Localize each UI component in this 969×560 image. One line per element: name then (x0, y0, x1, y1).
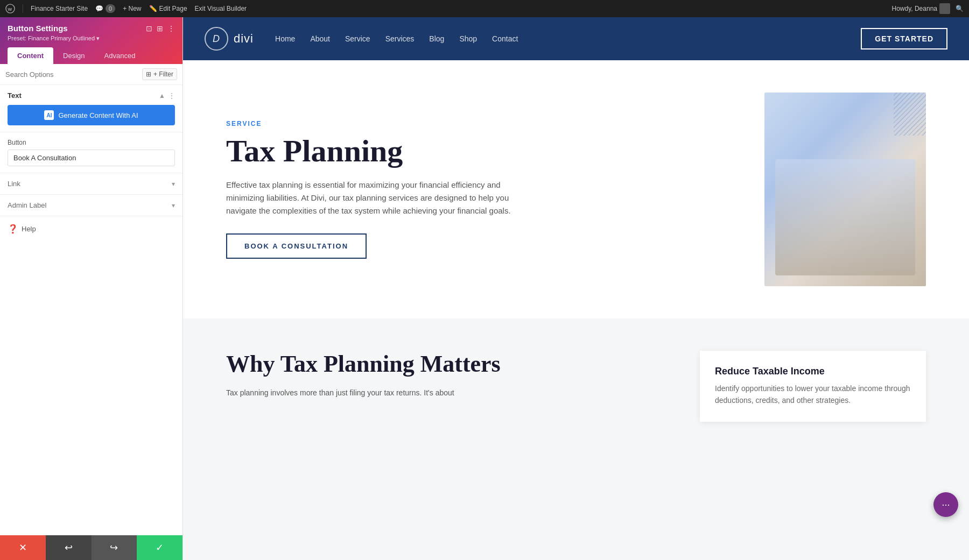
logo-name: divi (234, 32, 254, 46)
link-section-header[interactable]: Link ▾ (8, 180, 175, 188)
copy-icon[interactable]: ⊡ (146, 24, 152, 33)
panel-spacer (0, 242, 182, 535)
tab-design[interactable]: Design (53, 47, 94, 64)
filter-label: + Filter (153, 70, 173, 78)
service-label: SERVICE (226, 120, 732, 127)
redo-button[interactable]: ↪ (92, 535, 137, 560)
user-greeting[interactable]: Howdy, Deanna (892, 3, 951, 14)
nav-services[interactable]: Services (385, 34, 415, 43)
text-section-header: Text ▲ ⋮ (8, 91, 175, 100)
logo-circle: D (205, 27, 228, 51)
site-logo[interactable]: D divi (205, 27, 254, 51)
image-content (775, 159, 915, 275)
nav-home[interactable]: Home (275, 34, 295, 43)
more-icon[interactable]: ⋮ (167, 24, 175, 33)
panel-header: Button Settings ⊡ ⊞ ⋮ Preset: Finance Pr… (0, 17, 182, 64)
card-description: Identify opportunities to lower your tax… (715, 382, 911, 407)
search-input[interactable] (5, 70, 142, 79)
site-name-link[interactable]: Finance Starter Site (31, 5, 88, 12)
panel-title-row: Button Settings ⊡ ⊞ ⋮ (8, 24, 175, 33)
panel-title-icons: ⊡ ⊞ ⋮ (146, 24, 175, 33)
get-started-button[interactable]: GET STARTED (861, 28, 947, 49)
why-title: Why Tax Planning Matters (226, 351, 668, 378)
service-text: SERVICE Tax Planning Effective tax plann… (226, 120, 732, 259)
text-more-icon[interactable]: ⋮ (168, 92, 175, 100)
admin-label-header[interactable]: Admin Label ▾ (8, 201, 175, 209)
panel-tabs: Content Design Advanced (8, 47, 175, 64)
text-collapse-chevron[interactable]: ▲ (159, 92, 165, 100)
card-column: Reduce Taxable Income Identify opportuni… (700, 351, 926, 422)
button-field-input[interactable] (8, 150, 175, 166)
exit-builder-label: Exit Visual Builder (195, 5, 247, 12)
nav-contact[interactable]: Contact (492, 34, 518, 43)
tab-content[interactable]: Content (8, 47, 53, 64)
search-icon: 🔍 (956, 5, 964, 12)
svg-text:W: W (8, 7, 12, 12)
filter-icon: ⊞ (146, 70, 151, 78)
admin-bar: W Finance Starter Site 💬 0 + New ✏️ Edit… (0, 0, 969, 17)
text-section-title: Text (8, 91, 22, 100)
comment-icon: 💬 (95, 5, 103, 12)
nav-shop[interactable]: Shop (459, 34, 477, 43)
help-label[interactable]: Help (22, 225, 36, 233)
separator-1 (23, 4, 23, 13)
panel-preset[interactable]: Preset: Finance Primary Outlined ▾ (8, 35, 175, 42)
admin-label-title: Admin Label (8, 201, 46, 209)
service-image (764, 93, 926, 286)
button-field-label: Button (8, 139, 175, 146)
admin-bar-right: Howdy, Deanna 🔍 (892, 3, 964, 14)
get-started-label: GET STARTED (875, 34, 933, 43)
new-label: + New (123, 5, 141, 12)
search-bar: ⊞ + Filter (0, 64, 182, 85)
nav-service[interactable]: Service (345, 34, 370, 43)
grid-icon[interactable]: ⊞ (157, 24, 163, 33)
preset-label: Preset: Finance Primary Outlined ▾ (8, 35, 100, 42)
text-section-actions: ▲ ⋮ (159, 92, 175, 100)
ai-button-label: Generate Content With AI (58, 111, 138, 119)
service-title: Tax Planning (226, 134, 732, 168)
panel-title: Button Settings (8, 24, 68, 33)
comment-count: 0 (106, 4, 115, 13)
wp-logo-link[interactable]: W (5, 4, 15, 13)
help-icon[interactable]: ❓ (8, 224, 18, 234)
tab-advanced[interactable]: Advanced (95, 47, 145, 64)
left-panel: Button Settings ⊡ ⊞ ⋮ Preset: Finance Pr… (0, 17, 183, 560)
wordpress-icon: W (5, 4, 15, 13)
ai-generate-button[interactable]: AI Generate Content With AI (8, 105, 175, 125)
pencil-icon: ✏️ (149, 5, 157, 12)
comments-link[interactable]: 💬 0 (95, 4, 115, 13)
undo-button[interactable]: ↩ (46, 535, 92, 560)
edit-page-link[interactable]: ✏️ Edit Page (149, 5, 187, 12)
consultation-label: BOOK A CONSULTATION (244, 242, 348, 250)
site-nav: D divi Home About Service Services Blog … (183, 17, 969, 60)
close-button[interactable]: ✕ (0, 535, 46, 560)
save-button[interactable]: ✓ (137, 535, 182, 560)
site-name: Finance Starter Site (31, 5, 88, 12)
user-avatar (939, 3, 950, 14)
admin-label-section: Admin Label ▾ (0, 195, 182, 216)
link-collapse-arrow: ▾ (172, 180, 175, 188)
service-description: Effective tax planning is essential for … (226, 179, 528, 217)
main-layout: Button Settings ⊡ ⊞ ⋮ Preset: Finance Pr… (0, 17, 969, 560)
exit-builder-link[interactable]: Exit Visual Builder (195, 5, 247, 12)
website-preview: D divi Home About Service Services Blog … (183, 17, 969, 560)
close-icon: ✕ (19, 542, 27, 554)
card-title: Reduce Taxable Income (715, 366, 911, 377)
admin-search-link[interactable]: 🔍 (956, 5, 964, 12)
admin-label-arrow: ▾ (172, 202, 175, 209)
text-section: Text ▲ ⋮ AI Generate Content With AI (0, 85, 182, 132)
why-section: Why Tax Planning Matters Tax planning in… (183, 318, 969, 454)
site-nav-links: Home About Service Services Blog Shop Co… (275, 34, 861, 43)
service-section: SERVICE Tax Planning Effective tax plann… (183, 60, 969, 318)
save-icon: ✓ (156, 542, 164, 554)
consultation-button[interactable]: BOOK A CONSULTATION (226, 233, 367, 259)
redo-icon: ↪ (110, 542, 118, 554)
new-link[interactable]: + New (123, 5, 141, 12)
edit-page-label: Edit Page (159, 5, 187, 12)
nav-about[interactable]: About (310, 34, 330, 43)
bottom-bar: ✕ ↩ ↪ ✓ (0, 535, 182, 560)
floating-action-button[interactable]: ··· (933, 492, 958, 517)
button-field-section: Button (0, 132, 182, 173)
filter-button[interactable]: ⊞ + Filter (142, 68, 177, 80)
nav-blog[interactable]: Blog (429, 34, 444, 43)
